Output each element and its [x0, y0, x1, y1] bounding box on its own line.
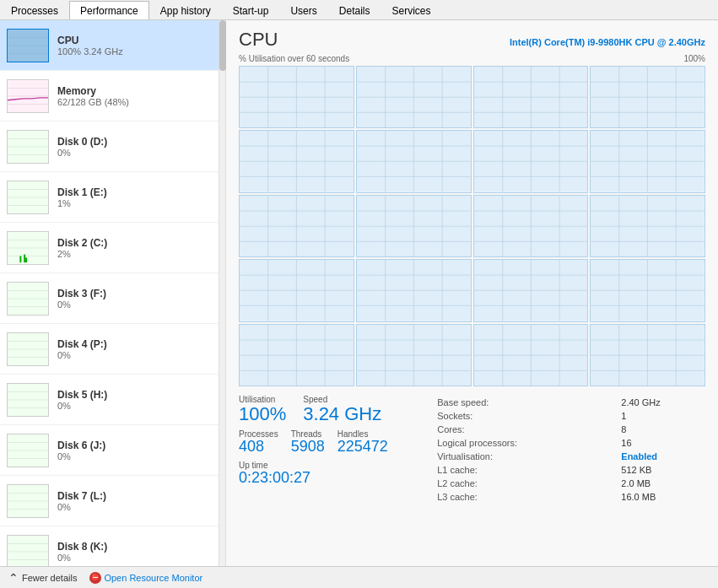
- tab-app-history[interactable]: App history: [149, 1, 222, 19]
- sidebar-item-disk2[interactable]: Disk 2 (C:) 2%: [0, 223, 219, 273]
- disk7-value: 0%: [57, 502, 212, 512]
- disk8-thumbnail: [7, 535, 49, 567]
- cpu-graph-cell-17: [356, 324, 472, 386]
- threads-stat: Threads 5908: [291, 429, 325, 456]
- cpu-graph-cell-8: [239, 195, 354, 257]
- cpu-info: CPU 100% 3.24 GHz: [57, 35, 212, 57]
- cpu-graph-cell-15: [590, 259, 705, 321]
- top-navigation: Processes Performance App history Start-…: [0, 0, 718, 20]
- sidebar-item-disk4[interactable]: Disk 4 (P:) 0%: [0, 324, 219, 375]
- disk7-thumbnail: [7, 484, 49, 518]
- tab-users[interactable]: Users: [279, 1, 327, 19]
- disk2-value: 2%: [57, 249, 212, 259]
- sidebar-item-disk5[interactable]: Disk 5 (H:) 0%: [0, 375, 219, 425]
- resource-monitor-icon: ⛔: [89, 572, 101, 584]
- sidebar-item-disk3[interactable]: Disk 3 (F:) 0%: [0, 273, 219, 324]
- open-monitor-container: ⛔ Open Resource Monitor: [89, 572, 202, 584]
- sidebar-item-disk0[interactable]: Disk 0 (D:) 0%: [0, 121, 219, 172]
- sidebar-item-memory[interactable]: Memory 62/128 GB (48%): [0, 71, 219, 121]
- base-speed-label: Base speed:: [437, 396, 619, 408]
- disk6-label: Disk 6 (J:): [57, 440, 212, 451]
- tab-startup[interactable]: Start-up: [222, 1, 280, 19]
- memory-label: Memory: [57, 85, 212, 97]
- svg-rect-23: [25, 257, 27, 262]
- fewer-details-icon: ⌃: [8, 571, 19, 585]
- speed-stat: Speed 3.24 GHz: [303, 395, 381, 424]
- cpu-graph-cell-19: [590, 324, 705, 386]
- cores-row: Cores: 8: [437, 423, 704, 435]
- sidebar-item-disk6[interactable]: Disk 6 (J:) 0%: [0, 425, 219, 476]
- cpu-thumbnail: [7, 29, 49, 62]
- utilisation-value: 100%: [239, 404, 286, 424]
- cpu-info-table: Base speed: 2.40 GHz Sockets: 1 Cores: 8…: [435, 395, 705, 504]
- disk2-label: Disk 2 (C:): [57, 237, 212, 249]
- virt-value: Enabled: [621, 450, 704, 462]
- cpu-graph-cell-12: [239, 259, 354, 321]
- cpu-graph-cell-10: [473, 195, 589, 257]
- cpu-header: CPU Intel(R) Core(TM) i9-9980HK CPU @ 2.…: [239, 29, 705, 51]
- fewer-details-button[interactable]: ⌃ Fewer details: [8, 571, 77, 585]
- disk1-label: Disk 1 (E:): [57, 186, 212, 198]
- disk3-label: Disk 3 (F:): [57, 288, 212, 299]
- sidebar: CPU 100% 3.24 GHz Memory 62/128 GB (48%): [0, 20, 219, 566]
- stats-left: Utilisation 100% Speed 3.24 GHz Processe…: [239, 395, 418, 504]
- l1-row: L1 cache: 512 KB: [437, 464, 704, 476]
- disk1-thumbnail: [7, 181, 49, 214]
- memory-thumbnail: [7, 79, 49, 113]
- cores-value: 8: [621, 423, 704, 435]
- sockets-row: Sockets: 1: [437, 410, 704, 422]
- disk0-thumbnail: [7, 130, 49, 164]
- disk3-value: 0%: [57, 299, 212, 310]
- sidebar-item-disk7[interactable]: Disk 7 (L:) 0%: [0, 476, 219, 526]
- sockets-value: 1: [621, 410, 704, 422]
- processes-stat: Processes 408: [239, 429, 278, 456]
- l3-row: L3 cache: 16.0 MB: [437, 491, 704, 503]
- threads-value: 5908: [291, 439, 325, 456]
- base-speed-row: Base speed: 2.40 GHz: [437, 396, 704, 408]
- cpu-graph-cell-14: [473, 259, 589, 321]
- cpu-graph-cell-18: [473, 324, 589, 386]
- disk6-info: Disk 6 (J:) 0%: [57, 440, 212, 461]
- svg-rect-21: [19, 256, 21, 262]
- fewer-details-label: Fewer details: [22, 573, 77, 583]
- disk2-thumbnail: [7, 231, 49, 265]
- cpu-label: CPU: [57, 35, 212, 46]
- disk5-label: Disk 5 (H:): [57, 389, 212, 401]
- disk5-info: Disk 5 (H:) 0%: [57, 389, 212, 411]
- util-speed-row: Utilisation 100% Speed 3.24 GHz: [239, 395, 418, 424]
- util-label-row: % Utilisation over 60 seconds 100%: [239, 54, 705, 63]
- tab-details[interactable]: Details: [328, 1, 381, 19]
- cpu-graph-cell-3: [590, 66, 705, 128]
- util-label-text: % Utilisation over 60 seconds: [239, 54, 349, 63]
- tab-services[interactable]: Services: [381, 1, 441, 19]
- cpu-title: CPU: [239, 29, 278, 51]
- disk8-value: 0%: [57, 553, 212, 563]
- cpu-value: 100% 3.24 GHz: [57, 46, 212, 57]
- sidebar-scrollbar[interactable]: [219, 20, 226, 566]
- disk0-info: Disk 0 (D:) 0%: [57, 136, 212, 158]
- cpu-graph-cell-5: [356, 130, 472, 192]
- tab-processes[interactable]: Processes: [0, 1, 69, 19]
- main-layout: CPU 100% 3.24 GHz Memory 62/128 GB (48%): [0, 20, 718, 566]
- bottom-bar: ⌃ Fewer details ⛔ Open Resource Monitor: [0, 566, 718, 588]
- l3-label: L3 cache:: [437, 491, 619, 503]
- cores-label: Cores:: [437, 423, 619, 435]
- disk7-info: Disk 7 (L:) 0%: [57, 490, 212, 512]
- sidebar-item-disk8[interactable]: Disk 8 (K:) 0%: [0, 526, 219, 566]
- stats-section: Utilisation 100% Speed 3.24 GHz Processe…: [239, 395, 705, 504]
- sidebar-item-cpu[interactable]: CPU 100% 3.24 GHz: [0, 20, 219, 71]
- disk8-info: Disk 8 (K:) 0%: [57, 541, 212, 563]
- open-resource-monitor-link[interactable]: Open Resource Monitor: [104, 573, 202, 583]
- disk5-value: 0%: [57, 401, 212, 411]
- sidebar-item-disk1[interactable]: Disk 1 (E:) 1%: [0, 172, 219, 223]
- l1-label: L1 cache:: [437, 464, 619, 476]
- logical-label: Logical processors:: [437, 437, 619, 449]
- proc-thread-handle-row: Processes 408 Threads 5908 Handles 22547…: [239, 429, 418, 456]
- cpu-graph-cell-1: [356, 66, 472, 128]
- l2-row: L2 cache: 2.0 MB: [437, 477, 704, 489]
- tab-performance[interactable]: Performance: [69, 1, 149, 19]
- handles-value: 225472: [337, 439, 388, 456]
- l3-value: 16.0 MB: [621, 491, 704, 503]
- cpu-graph-cell-4: [239, 130, 354, 192]
- logical-value: 16: [621, 437, 704, 449]
